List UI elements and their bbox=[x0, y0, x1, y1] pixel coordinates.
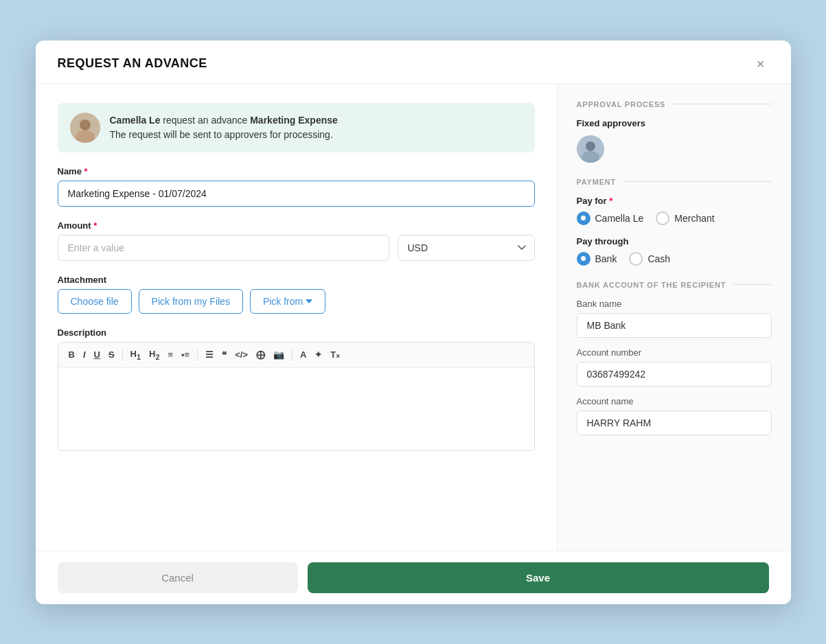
svg-point-1 bbox=[80, 119, 91, 130]
payment-section-label: PAYMENT bbox=[577, 178, 617, 186]
pay-through-bank-radio[interactable] bbox=[577, 252, 590, 266]
pay-through-cash-label: Cash bbox=[647, 253, 670, 264]
pay-through-cash-radio[interactable] bbox=[629, 252, 643, 266]
cancel-button[interactable]: Cancel bbox=[58, 562, 298, 593]
approval-divider-line bbox=[672, 104, 771, 104]
underline-button[interactable]: U bbox=[91, 348, 104, 361]
italic-button[interactable]: I bbox=[80, 348, 89, 361]
account-name-label: Account name bbox=[577, 396, 772, 406]
editor-wrapper: B I U S H1 H2 ≡ •≡ ☰ ❝ </> ⨁ � bbox=[58, 342, 535, 451]
modal-header: REQUEST AN ADVANCE × bbox=[36, 41, 791, 84]
h2-button[interactable]: H2 bbox=[146, 347, 163, 363]
pay-for-camella-option[interactable]: Camella Le bbox=[577, 211, 644, 225]
code-button[interactable]: </> bbox=[231, 348, 251, 361]
pay-for-merchant-radio[interactable] bbox=[656, 211, 669, 225]
banner-request-text: request an advance bbox=[163, 115, 250, 126]
pay-through-radio-group: Bank Cash bbox=[577, 252, 772, 266]
choose-file-button[interactable]: Choose file bbox=[58, 289, 132, 314]
bank-account-divider-line bbox=[733, 284, 771, 285]
amount-row: USD EUR VND GBP bbox=[58, 235, 535, 261]
name-input[interactable] bbox=[58, 181, 535, 207]
ordered-list-button[interactable]: ≡ bbox=[164, 348, 176, 361]
amount-field-group: Amount * USD EUR VND GBP bbox=[58, 220, 535, 261]
pay-through-label: Pay through bbox=[577, 236, 772, 246]
save-button[interactable]: Save bbox=[308, 562, 769, 593]
modal-footer: Cancel Save bbox=[36, 551, 791, 604]
bank-name-label: Bank name bbox=[577, 299, 772, 309]
modal-body: Camella Le request an advance Marketing … bbox=[36, 84, 791, 551]
account-number-label: Account number bbox=[577, 347, 772, 358]
clear-format-button[interactable]: Tₓ bbox=[327, 348, 343, 361]
bank-account-section-label: BANK ACCOUNT OF THE RECIPIENT bbox=[577, 281, 726, 289]
account-number-value: 03687499242 bbox=[577, 362, 772, 387]
description-editor[interactable] bbox=[58, 368, 534, 450]
banner-text: Camella Le request an advance Marketing … bbox=[110, 113, 338, 142]
right-panel: APPROVAL PROCESS Fixed approvers PAYMENT bbox=[558, 84, 791, 551]
banner-sub-text: The request will be sent to approvers fo… bbox=[110, 128, 338, 142]
text-color-button[interactable]: A bbox=[297, 348, 310, 361]
pay-through-bank-label: Bank bbox=[595, 253, 617, 264]
info-banner: Camella Le request an advance Marketing … bbox=[58, 103, 535, 152]
pay-for-label: Pay for * bbox=[577, 196, 772, 206]
fixed-approvers-label: Fixed approvers bbox=[577, 118, 772, 128]
user-avatar bbox=[70, 113, 100, 143]
toolbar-sep-2 bbox=[197, 349, 198, 361]
image-button[interactable]: 📷 bbox=[270, 348, 288, 361]
bullet-list-button[interactable]: •≡ bbox=[178, 348, 193, 361]
editor-toolbar: B I U S H1 H2 ≡ •≡ ☰ ❝ </> ⨁ � bbox=[58, 343, 534, 368]
bank-name-group: Bank name MB Bank bbox=[577, 299, 772, 338]
bank-account-section: BANK ACCOUNT OF THE RECIPIENT Bank name … bbox=[577, 281, 772, 445]
quote-button[interactable]: ❝ bbox=[218, 348, 230, 361]
account-number-group: Account number 03687499242 bbox=[577, 347, 772, 387]
pay-for-radio-group: Camella Le Merchant bbox=[577, 211, 772, 225]
amount-label: Amount * bbox=[58, 220, 535, 231]
strikethrough-button[interactable]: S bbox=[105, 348, 118, 361]
pay-for-camella-radio[interactable] bbox=[577, 211, 590, 225]
bold-button[interactable]: B bbox=[65, 348, 78, 361]
description-label: Description bbox=[58, 327, 535, 338]
attachment-field-group: Attachment Choose file Pick from my File… bbox=[58, 275, 535, 314]
account-name-value: HARRY RAHM bbox=[577, 411, 772, 435]
bank-account-divider: BANK ACCOUNT OF THE RECIPIENT bbox=[577, 281, 772, 289]
pick-my-files-button[interactable]: Pick from my Files bbox=[139, 289, 243, 314]
pick-from-chevron-icon bbox=[306, 299, 312, 303]
currency-select[interactable]: USD EUR VND GBP bbox=[398, 235, 535, 261]
pay-for-camella-label: Camella Le bbox=[595, 213, 644, 224]
pay-through-cash-option[interactable]: Cash bbox=[629, 252, 670, 266]
approval-section-label: APPROVAL PROCESS bbox=[577, 100, 666, 108]
modal-title: REQUEST AN ADVANCE bbox=[58, 56, 207, 71]
account-name-group: Account name HARRY RAHM bbox=[577, 396, 772, 435]
embed-button[interactable]: ⨁ bbox=[253, 348, 268, 361]
attachment-buttons: Choose file Pick from my Files Pick from bbox=[58, 289, 535, 314]
payment-divider-line bbox=[623, 181, 771, 182]
name-label: Name * bbox=[58, 166, 535, 176]
toolbar-sep-3 bbox=[292, 349, 292, 361]
amount-input[interactable] bbox=[58, 235, 389, 261]
left-panel: Camella Le request an advance Marketing … bbox=[36, 84, 558, 551]
highlight-button[interactable]: ✦ bbox=[311, 348, 325, 361]
banner-user-name: Camella Le bbox=[110, 115, 161, 126]
modal-container: REQUEST AN ADVANCE × Camella Le reques bbox=[36, 41, 791, 604]
toolbar-sep-1 bbox=[122, 349, 123, 361]
name-required: * bbox=[84, 166, 88, 176]
description-field-group: Description B I U S H1 H2 ≡ •≡ ☰ ❝ bbox=[58, 327, 535, 451]
pay-through-bank-option[interactable]: Bank bbox=[577, 252, 617, 266]
bank-name-value: MB Bank bbox=[577, 313, 772, 338]
attachment-label: Attachment bbox=[58, 275, 535, 285]
approval-section: APPROVAL PROCESS Fixed approvers bbox=[577, 100, 772, 163]
pay-for-required: * bbox=[609, 196, 612, 206]
pick-from-button[interactable]: Pick from bbox=[250, 289, 325, 314]
banner-advance-type: Marketing Expense bbox=[250, 115, 338, 126]
pay-for-merchant-label: Merchant bbox=[674, 213, 714, 224]
payment-divider: PAYMENT bbox=[577, 178, 772, 186]
payment-section: PAYMENT Pay for * Camella Le Merchant bbox=[577, 178, 772, 266]
align-button[interactable]: ☰ bbox=[202, 348, 217, 361]
svg-point-4 bbox=[586, 141, 595, 151]
close-button[interactable]: × bbox=[753, 56, 769, 72]
name-field-group: Name * bbox=[58, 166, 535, 207]
amount-required: * bbox=[93, 220, 97, 231]
pay-for-merchant-option[interactable]: Merchant bbox=[656, 211, 714, 225]
approver-avatar bbox=[577, 135, 604, 163]
h1-button[interactable]: H1 bbox=[127, 347, 144, 363]
approval-divider: APPROVAL PROCESS bbox=[577, 100, 772, 108]
